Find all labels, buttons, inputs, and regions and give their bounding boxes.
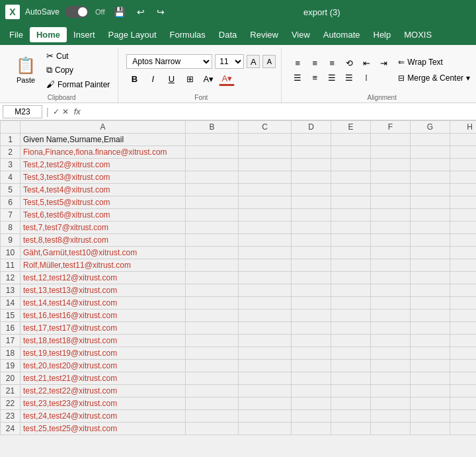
save-icon[interactable]: 💾 [110,5,128,19]
cell-c15[interactable] [239,310,292,322]
cell-b9[interactable] [186,234,239,247]
cell-d6[interactable] [292,196,331,209]
cell-f2[interactable] [371,146,411,159]
cell-f21[interactable] [371,385,411,397]
cell-d14[interactable] [292,297,331,310]
cell-c9[interactable] [239,234,292,247]
cell-a16[interactable]: test,17,test17@xitrust.com [20,322,186,335]
cell-h9[interactable] [450,234,477,247]
cell-e10[interactable] [331,247,371,259]
cell-b23[interactable] [186,410,239,423]
cell-h2[interactable] [450,146,477,159]
cell-d24[interactable] [292,423,331,435]
cell-c3[interactable] [239,159,292,171]
cell-h11[interactable] [450,259,477,272]
cell-d2[interactable] [292,146,331,159]
cell-g18[interactable] [411,347,450,360]
indent-increase-button[interactable]: ⇥ [376,56,391,69]
cell-c10[interactable] [239,247,292,259]
cell-e24[interactable] [331,423,371,435]
cell-e19[interactable] [331,360,371,372]
wrap-text-button[interactable]: ⇐ Wrap Text [394,56,474,69]
cell-a8[interactable]: test,7,test7@xitrust.com [20,222,186,234]
cell-a9[interactable]: test,8,test8@xitrust.com [20,234,186,247]
redo-icon[interactable]: ↪ [153,5,168,19]
cell-e8[interactable] [331,222,371,234]
cell-d21[interactable] [292,385,331,397]
cell-b12[interactable] [186,272,239,284]
cell-d7[interactable] [292,209,331,222]
cell-b1[interactable] [186,134,239,146]
menu-insert[interactable]: Insert [67,27,102,42]
menu-review[interactable]: Review [243,27,285,42]
font-shrink-button[interactable]: A [262,55,276,68]
cell-e4[interactable] [331,171,371,184]
cell-g12[interactable] [411,272,450,284]
col-header-b[interactable]: B [186,121,239,134]
cell-g20[interactable] [411,372,450,385]
align-distributed-button[interactable]: ⁞ [358,71,374,84]
cell-c11[interactable] [239,259,292,272]
col-header-d[interactable]: D [292,121,331,134]
cell-f18[interactable] [371,347,411,360]
menu-moxis[interactable]: MOXIS [397,27,438,42]
cell-g11[interactable] [411,259,450,272]
cell-g24[interactable] [411,423,450,435]
cell-g17[interactable] [411,335,450,347]
col-header-h[interactable]: H [450,121,477,134]
cell-a18[interactable]: test,19,test19@xitrust.com [20,347,186,360]
cell-e23[interactable] [331,410,371,423]
font-size-select[interactable]: 11 [215,54,244,69]
cell-h23[interactable] [450,410,477,423]
cell-f19[interactable] [371,360,411,372]
cell-f24[interactable] [371,423,411,435]
cell-a14[interactable]: test,14,test14@xitrust.com [20,297,186,310]
cell-g14[interactable] [411,297,450,310]
cell-c17[interactable] [239,335,292,347]
cell-h13[interactable] [450,284,477,297]
cell-d13[interactable] [292,284,331,297]
align-top-right-button[interactable]: ≡ [324,56,340,69]
cell-a4[interactable]: Test,3,test3@xitrust.com [20,171,186,184]
cell-h21[interactable] [450,385,477,397]
cell-h18[interactable] [450,347,477,360]
cell-h4[interactable] [450,171,477,184]
cell-d16[interactable] [292,322,331,335]
cell-g9[interactable] [411,234,450,247]
cell-a3[interactable]: Test,2,test2@xitrust.com [20,159,186,171]
cell-e12[interactable] [331,272,371,284]
cell-e21[interactable] [331,385,371,397]
cell-f16[interactable] [371,322,411,335]
cell-f7[interactable] [371,209,411,222]
cell-d17[interactable] [292,335,331,347]
cell-f13[interactable] [371,284,411,297]
cell-h19[interactable] [450,360,477,372]
cell-e5[interactable] [331,184,371,196]
cell-b7[interactable] [186,209,239,222]
col-header-a[interactable]: A [20,121,186,134]
font-color-button[interactable]: A▾ [219,71,235,86]
formula-input[interactable] [86,105,473,118]
cell-reference-input[interactable]: M23 [3,105,42,118]
cell-d9[interactable] [292,234,331,247]
cell-b8[interactable] [186,222,239,234]
cell-e6[interactable] [331,196,371,209]
cell-h20[interactable] [450,372,477,385]
cell-a22[interactable]: test,23,test23@xitrust.com [20,397,186,410]
cell-h15[interactable] [450,310,477,322]
cell-g10[interactable] [411,247,450,259]
cell-c18[interactable] [239,347,292,360]
bold-button[interactable]: B [126,71,142,86]
italic-button[interactable]: I [145,71,161,86]
cell-e22[interactable] [331,397,371,410]
cell-e13[interactable] [331,284,371,297]
cell-d10[interactable] [292,247,331,259]
cell-g8[interactable] [411,222,450,234]
cell-d1[interactable] [292,134,331,146]
col-header-f[interactable]: F [371,121,411,134]
cell-c22[interactable] [239,397,292,410]
cell-b24[interactable] [186,423,239,435]
cell-g7[interactable] [411,209,450,222]
cell-e15[interactable] [331,310,371,322]
cell-c4[interactable] [239,171,292,184]
